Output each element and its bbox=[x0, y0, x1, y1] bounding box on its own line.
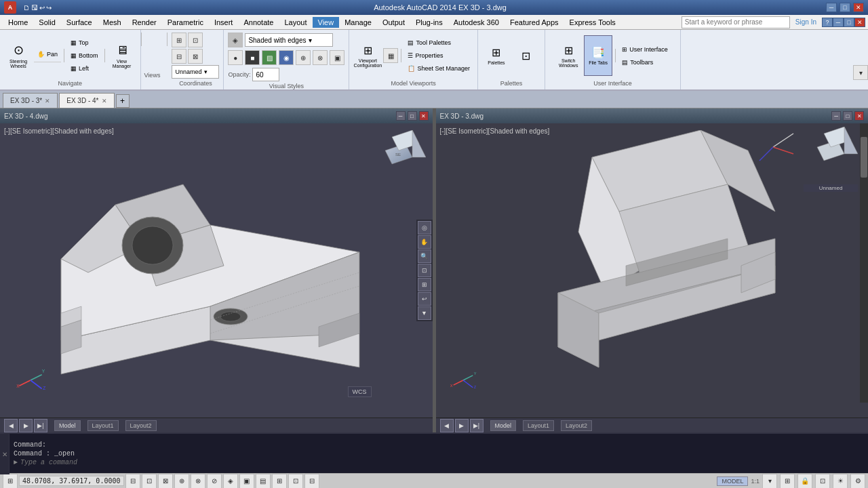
osnap-btn[interactable]: ⊗ bbox=[191, 474, 205, 489]
tp-btn[interactable]: ⊞ bbox=[272, 474, 287, 489]
orbit-btn[interactable]: ◎ bbox=[418, 221, 431, 235]
pan-vp-btn[interactable]: ✋ bbox=[418, 235, 431, 249]
menu-surface[interactable]: Surface bbox=[61, 17, 98, 28]
user-interface-button[interactable]: ⊞ User Interface bbox=[618, 43, 671, 56]
menu-autodesk360[interactable]: Autodesk 360 bbox=[448, 17, 505, 28]
right-scrollbar[interactable] bbox=[860, 123, 868, 403]
menu-solid[interactable]: Solid bbox=[33, 17, 60, 28]
zoom-btn[interactable]: 🔍 bbox=[418, 249, 431, 263]
menu-output[interactable]: Output bbox=[377, 17, 410, 28]
right-last-btn[interactable]: ▶| bbox=[470, 419, 484, 432]
anno-scale-btn[interactable]: ▾ bbox=[762, 474, 777, 489]
right-layout2-tab[interactable]: Layout2 bbox=[561, 420, 592, 431]
left-vp-close[interactable]: ✕ bbox=[419, 111, 429, 121]
coord-btn1[interactable]: ⊞ bbox=[172, 33, 186, 47]
left-view-button[interactable]: ▦ Left bbox=[67, 62, 102, 75]
menu-featured[interactable]: Featured Apps bbox=[505, 17, 564, 28]
left-viewport-canvas[interactable]: [-][SE Isometric][Shaded with edges] bbox=[0, 123, 433, 418]
tab-ex3d4[interactable]: EX 3D - 4* ✕ bbox=[59, 93, 114, 108]
zoom-window-btn[interactable]: ⊡ bbox=[418, 264, 431, 277]
viewport-config-button[interactable]: ⊞ Viewport Configuration bbox=[353, 35, 382, 76]
top-view-button[interactable]: ▦ Top bbox=[67, 37, 102, 49]
steering-wheels-button[interactable]: ⊙ Steering Wheels bbox=[4, 35, 33, 76]
bottom-view-button[interactable]: ▦ Bottom bbox=[67, 49, 102, 62]
minimize-doc-button[interactable]: ─ bbox=[833, 18, 844, 27]
viewport-extra-btn[interactable]: ▦ bbox=[383, 48, 398, 63]
isolate-btn[interactable]: ☀ bbox=[833, 474, 848, 489]
menu-express[interactable]: Express Tools bbox=[564, 17, 621, 28]
vs-btn4[interactable]: ◉ bbox=[279, 50, 294, 65]
minimize-button[interactable]: ─ bbox=[826, 3, 837, 12]
menu-parametric[interactable]: Parametric bbox=[162, 17, 209, 28]
grid-snap-btn[interactable]: ⊟ bbox=[125, 474, 140, 489]
left-model-tab[interactable]: Model bbox=[54, 420, 81, 431]
coord-btn2[interactable]: ⊡ bbox=[188, 33, 203, 47]
toolbars-button[interactable]: ▤ Toolbars bbox=[618, 56, 671, 68]
vs-btn5[interactable]: ⊕ bbox=[296, 50, 311, 65]
coord-toggle-btn[interactable]: ⊞ bbox=[3, 474, 18, 489]
lock-btn[interactable]: 🔒 bbox=[797, 474, 812, 489]
maximize-doc-button[interactable]: □ bbox=[844, 18, 854, 27]
otrack-btn[interactable]: ⊘ bbox=[207, 474, 222, 489]
menu-annotate[interactable]: Annotate bbox=[238, 17, 279, 28]
right-prev-btn[interactable]: ◀ bbox=[440, 419, 454, 432]
menu-insert[interactable]: Insert bbox=[209, 17, 239, 28]
vs-btn6[interactable]: ⊗ bbox=[313, 50, 328, 65]
palette-btn2[interactable]: ⊡ bbox=[512, 35, 540, 76]
hardware-btn[interactable]: ⊡ bbox=[815, 474, 830, 489]
tab-close-ex3d4[interactable]: ✕ bbox=[102, 98, 107, 104]
coord-btn4[interactable]: ⊠ bbox=[188, 49, 203, 64]
right-next-btn[interactable]: ▶ bbox=[455, 419, 469, 432]
switch-windows-button[interactable]: ⊞ Switch Windows bbox=[554, 35, 583, 76]
menu-mesh[interactable]: Mesh bbox=[98, 17, 127, 28]
command-close-btn[interactable]: ✕ bbox=[0, 434, 9, 474]
left-vp-minimize[interactable]: ─ bbox=[396, 111, 406, 121]
close-doc-button[interactable]: ✕ bbox=[854, 18, 865, 27]
pan-button[interactable]: ✋ Pan bbox=[34, 48, 61, 60]
right-vp-close[interactable]: ✕ bbox=[854, 111, 864, 121]
ribbon-expand-btn[interactable]: ▾ bbox=[853, 65, 868, 80]
dyn-btn[interactable]: ▣ bbox=[239, 474, 254, 489]
model-space-btn[interactable]: MODEL bbox=[717, 476, 748, 486]
qp-btn[interactable]: ⊡ bbox=[288, 474, 303, 489]
new-tab-button[interactable]: + bbox=[116, 94, 130, 108]
left-layout2-tab[interactable]: Layout2 bbox=[125, 420, 157, 431]
file-tabs-button[interactable]: 📑 File Tabs bbox=[584, 35, 612, 76]
tab-close-ex3d3[interactable]: ✕ bbox=[45, 98, 50, 104]
zoom-fit-btn[interactable]: ⊞ bbox=[418, 278, 431, 291]
right-model-tab[interactable]: Model bbox=[490, 420, 517, 431]
snap-btn[interactable]: ⊡ bbox=[142, 474, 157, 489]
right-nav-cube[interactable]: Unnamed bbox=[804, 127, 858, 181]
tab-ex3d3[interactable]: EX 3D - 3* ✕ bbox=[3, 93, 58, 108]
menu-view[interactable]: View bbox=[313, 17, 340, 28]
menu-manage[interactable]: Manage bbox=[339, 17, 377, 28]
lw-btn[interactable]: ▤ bbox=[256, 474, 271, 489]
vs-btn3[interactable]: ▨ bbox=[262, 50, 277, 65]
unnamed-dropdown[interactable]: Unnamed ▾ bbox=[172, 65, 219, 79]
ortho-btn[interactable]: ⊠ bbox=[158, 474, 173, 489]
back-btn[interactable]: ↩ bbox=[418, 292, 431, 306]
right-layout1-tab[interactable]: Layout1 bbox=[523, 420, 554, 431]
search-input[interactable] bbox=[682, 16, 790, 28]
left-next-btn[interactable]: ▶ bbox=[19, 419, 33, 432]
status-gear-btn[interactable]: ⚙ bbox=[850, 474, 865, 489]
visual-style-dropdown[interactable]: Shaded with edges ▾ bbox=[245, 33, 333, 47]
menu-plugins[interactable]: Plug-ins bbox=[410, 17, 448, 28]
right-viewport-canvas[interactable]: [-][SE Isometric][Shaded with edges] bbox=[436, 123, 869, 418]
palette-btn1[interactable]: ⊞ Palettes bbox=[482, 35, 511, 76]
steer-btn[interactable]: ▼ bbox=[418, 306, 431, 320]
maximize-button[interactable]: □ bbox=[840, 3, 850, 12]
left-last-btn[interactable]: ▶| bbox=[34, 419, 47, 432]
sheet-set-button[interactable]: 📋 Sheet Set Manager bbox=[404, 62, 473, 75]
command-input[interactable] bbox=[20, 459, 865, 466]
left-layout1-tab[interactable]: Layout1 bbox=[87, 420, 119, 431]
polar-btn[interactable]: ⊕ bbox=[174, 474, 189, 489]
signin-button[interactable]: Sign In bbox=[790, 17, 822, 27]
menu-home[interactable]: Home bbox=[3, 17, 33, 28]
right-vp-minimize[interactable]: ─ bbox=[831, 111, 841, 121]
menu-layout[interactable]: Layout bbox=[279, 17, 312, 28]
scrollbar-thumb[interactable] bbox=[861, 137, 867, 178]
vs-btn2[interactable]: ■ bbox=[245, 50, 260, 65]
ducs-btn[interactable]: ◈ bbox=[223, 474, 238, 489]
sc-btn[interactable]: ⊟ bbox=[304, 474, 319, 489]
